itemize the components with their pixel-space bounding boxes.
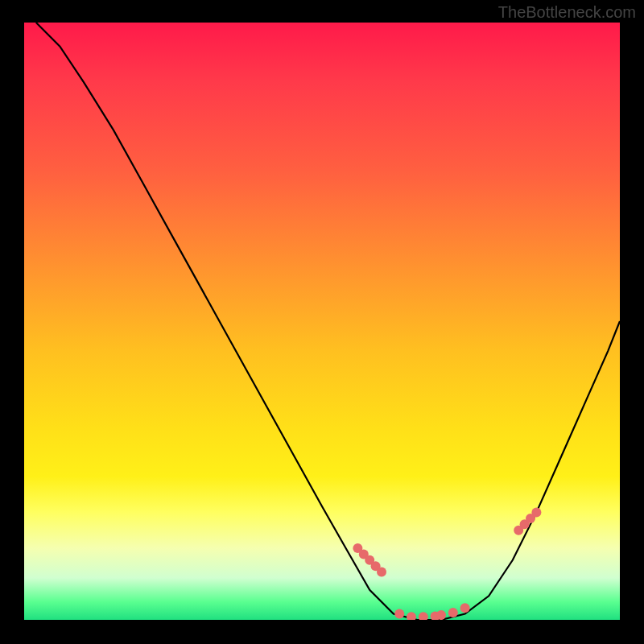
bottleneck-curve [36, 23, 620, 620]
marker-point [460, 603, 470, 613]
marker-point [377, 568, 386, 577]
chart-svg [24, 23, 620, 620]
marker-point [419, 612, 428, 620]
marker-point [436, 610, 446, 620]
marker-point [407, 612, 416, 620]
marker-point [394, 609, 404, 619]
marker-point [448, 608, 458, 617]
watermark-text: TheBottleneck.com [498, 3, 636, 22]
marker-point [531, 507, 541, 517]
plot-gradient-background [24, 23, 620, 620]
marker-points-group [353, 507, 541, 620]
